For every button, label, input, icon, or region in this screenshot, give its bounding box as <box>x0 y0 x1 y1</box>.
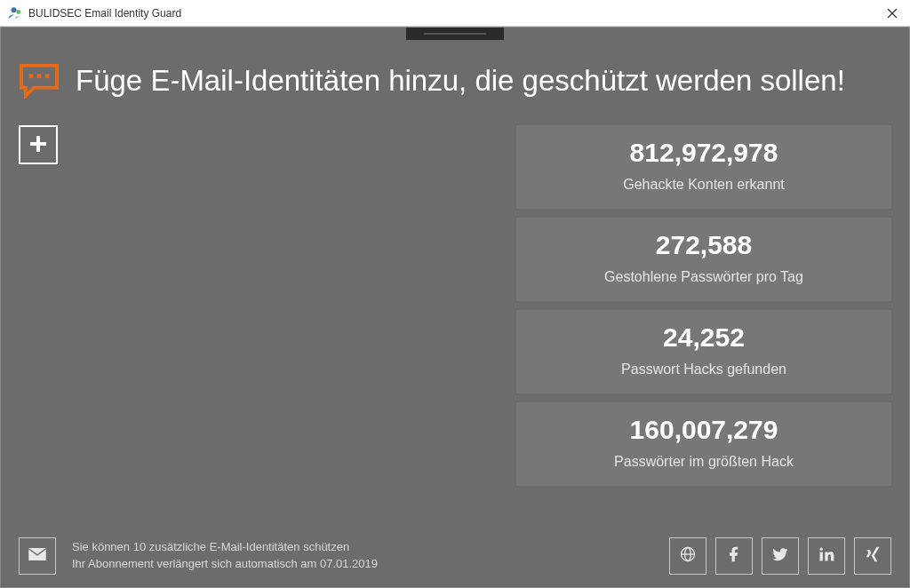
header-title: Füge E-Mail-Identitäten hinzu, die gesch… <box>76 64 845 98</box>
stat-label: Passwörter im größten Hack <box>525 454 882 470</box>
svg-point-0 <box>12 7 17 12</box>
stat-card-hacked-accounts: 812,972,978 Gehackte Konten erkannt <box>516 125 891 209</box>
svg-point-14 <box>820 548 823 551</box>
xing-icon <box>864 545 882 567</box>
svg-rect-4 <box>29 74 34 78</box>
stats-column: 812,972,978 Gehackte Konten erkannt 272,… <box>516 125 891 516</box>
svg-rect-5 <box>37 74 42 78</box>
identities-column <box>19 125 499 516</box>
linkedin-icon <box>818 545 835 567</box>
stat-label: Passwort Hacks gefunden <box>525 362 882 377</box>
share-web-button[interactable] <box>669 537 706 575</box>
app-body: Füge E-Mail-Identitäten hinzu, die gesch… <box>0 27 910 588</box>
social-buttons <box>669 537 891 575</box>
facebook-icon <box>725 545 743 567</box>
stat-card-password-hacks: 24,252 Passwort Hacks gefunden <box>516 310 891 393</box>
twitter-icon <box>771 545 789 567</box>
stat-value: 24,252 <box>525 322 882 353</box>
svg-rect-9 <box>28 548 46 560</box>
share-facebook-button[interactable] <box>715 537 753 575</box>
handle-line-icon <box>424 33 486 35</box>
share-twitter-button[interactable] <box>762 537 799 575</box>
speech-bubble-icon <box>19 63 60 99</box>
stat-label: Gestohlene Passwörter pro Tag <box>525 269 882 285</box>
app-logo-icon <box>7 5 23 21</box>
footer-text: Sie können 10 zusätzliche E-Mail-Identit… <box>72 539 378 573</box>
close-icon <box>887 8 898 19</box>
svg-rect-13 <box>820 552 823 561</box>
footer: Sie können 10 zusätzliche E-Mail-Identit… <box>19 537 891 575</box>
share-linkedin-button[interactable] <box>808 537 845 575</box>
close-button[interactable] <box>882 4 903 23</box>
svg-rect-6 <box>45 74 50 78</box>
title-bar: BULIDSEC Email Identity Guard <box>0 0 910 27</box>
footer-left: Sie können 10 zusätzliche E-Mail-Identit… <box>19 537 378 575</box>
footer-line-1: Sie können 10 zusätzliche E-Mail-Identit… <box>72 539 378 556</box>
stat-value: 812,972,978 <box>525 138 882 168</box>
svg-point-1 <box>16 10 20 14</box>
header: Füge E-Mail-Identitäten hinzu, die gesch… <box>1 28 909 125</box>
mail-status-icon-box <box>19 537 56 575</box>
main-content: 812,972,978 Gehackte Konten erkannt 272,… <box>1 125 909 516</box>
svg-rect-8 <box>30 142 46 146</box>
drag-handle[interactable] <box>406 28 504 40</box>
stat-value: 160,007,279 <box>525 415 882 445</box>
add-identity-button[interactable] <box>19 125 58 164</box>
window-title: BULIDSEC Email Identity Guard <box>28 7 181 20</box>
plus-icon <box>29 131 47 159</box>
footer-line-2: Ihr Abonnement verlängert sich automatis… <box>72 556 378 573</box>
globe-icon <box>679 545 697 567</box>
stat-value: 272,588 <box>525 230 882 260</box>
stat-card-stolen-per-day: 272,588 Gestohlene Passwörter pro Tag <box>516 218 891 301</box>
stat-card-biggest-hack: 160,007,279 Passwörter im größten Hack <box>516 402 891 486</box>
stat-label: Gehackte Konten erkannt <box>525 177 882 193</box>
share-xing-button[interactable] <box>854 537 891 575</box>
mail-icon <box>28 547 47 565</box>
